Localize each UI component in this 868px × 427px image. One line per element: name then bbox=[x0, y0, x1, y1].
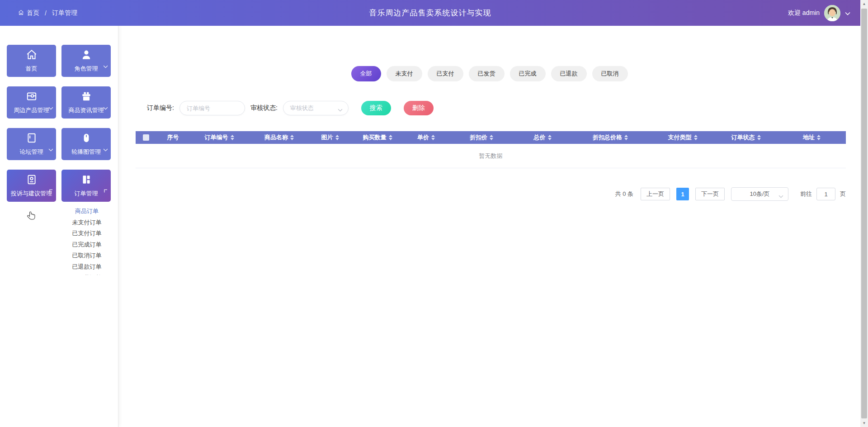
order-grid-icon bbox=[80, 174, 92, 187]
carousel-icon bbox=[80, 132, 92, 146]
sidebar-item-label: 投诉与建议管理 bbox=[11, 190, 52, 198]
sort-icon[interactable] bbox=[290, 135, 294, 140]
home-icon bbox=[25, 49, 38, 62]
tab-shipped[interactable]: 已发货 bbox=[469, 66, 505, 81]
sidebar-item-carousel[interactable]: 轮播图管理 bbox=[61, 128, 111, 160]
col-discount-price: 折扣价 bbox=[470, 133, 487, 142]
col-index: 序号 bbox=[167, 133, 179, 142]
chevron-down-icon bbox=[845, 9, 850, 17]
sidebar-item-roles[interactable]: 角色管理 bbox=[61, 45, 111, 77]
sidebar-item-forum[interactable]: 论坛管理 bbox=[7, 128, 56, 160]
empty-state: 暂无数据 bbox=[136, 144, 846, 168]
submenu-item-goods-orders[interactable]: 商品订单 bbox=[61, 206, 112, 217]
col-order-status: 订单状态 bbox=[731, 133, 755, 142]
sort-icon[interactable] bbox=[624, 135, 628, 140]
col-product-name: 商品名称 bbox=[264, 133, 288, 142]
sort-icon[interactable] bbox=[335, 135, 339, 140]
col-order-no: 订单编号 bbox=[205, 133, 228, 142]
col-pay-type: 支付类型 bbox=[668, 133, 692, 142]
tab-paid[interactable]: 已支付 bbox=[428, 66, 463, 81]
submenu-item-shipped-orders[interactable]: 已发货订单 bbox=[61, 272, 112, 275]
avatar[interactable] bbox=[824, 5, 840, 21]
sidebar-item-product-news[interactable]: 商品资讯管理 bbox=[61, 86, 111, 119]
scrollbar-down-arrow-icon[interactable]: ▼ bbox=[860, 419, 868, 427]
col-unit-price: 单价 bbox=[417, 133, 429, 142]
search-toolbar: 订单编号: 审核状态: 审核状态 搜索 删除 bbox=[147, 101, 434, 115]
sidebar-item-home[interactable]: 首页 bbox=[7, 45, 56, 77]
sidebar-item-products[interactable]: 周边产品管理 bbox=[7, 86, 56, 119]
audit-status-placeholder: 审核状态 bbox=[290, 104, 314, 112]
page-suffix-label: 页 bbox=[840, 190, 846, 198]
tab-cancelled[interactable]: 已取消 bbox=[592, 66, 628, 81]
user-menu[interactable]: 欢迎 admin bbox=[788, 0, 850, 26]
sort-icon[interactable] bbox=[757, 135, 761, 140]
mouse-cursor bbox=[26, 210, 37, 222]
pagination-total: 共 0 条 bbox=[615, 190, 633, 198]
sidebar-item-label: 商品资讯管理 bbox=[69, 106, 104, 114]
chevron-down-icon bbox=[103, 104, 108, 112]
submenu-item-paid-orders[interactable]: 已支付订单 bbox=[61, 228, 112, 239]
orders-submenu: 商品订单 未支付订单 已支付订单 已完成订单 已取消订单 已退款订单 已发货订单 bbox=[61, 206, 112, 275]
tab-refunded[interactable]: 已退款 bbox=[551, 66, 587, 81]
chevron-up-icon bbox=[101, 186, 110, 196]
submenu-item-refunded-orders[interactable]: 已退款订单 bbox=[61, 261, 112, 273]
order-no-input[interactable] bbox=[179, 101, 245, 115]
audit-status-select[interactable]: 审核状态 bbox=[283, 101, 349, 115]
tab-all[interactable]: 全部 bbox=[351, 66, 381, 81]
sort-icon[interactable] bbox=[548, 135, 552, 140]
chevron-down-icon bbox=[103, 145, 108, 153]
contact-icon bbox=[26, 174, 38, 187]
tab-completed[interactable]: 已完成 bbox=[510, 66, 546, 81]
search-button[interactable]: 搜索 bbox=[361, 101, 391, 115]
chevron-down-icon bbox=[103, 62, 108, 70]
col-discount-total: 折扣总价格 bbox=[593, 133, 622, 142]
chevron-down-icon bbox=[48, 145, 53, 153]
next-page-button[interactable]: 下一页 bbox=[695, 188, 725, 200]
audit-status-label: 审核状态: bbox=[250, 104, 278, 112]
col-quantity: 购买数量 bbox=[363, 133, 387, 142]
select-all-checkbox[interactable] bbox=[143, 134, 149, 141]
sort-icon[interactable] bbox=[490, 135, 493, 140]
page-title: 音乐周边产品售卖系统设计与实现 bbox=[0, 8, 860, 18]
scrollbar-up-arrow-icon[interactable]: ▲ bbox=[860, 0, 868, 8]
chevron-down-icon bbox=[48, 104, 53, 112]
app-header: 首页 / 订单管理 音乐周边产品售卖系统设计与实现 欢迎 admin bbox=[0, 0, 860, 26]
delete-button[interactable]: 删除 bbox=[404, 101, 434, 115]
sidebar-item-complaints[interactable]: 投诉与建议管理 bbox=[7, 170, 56, 202]
sidebar-item-label: 订单管理 bbox=[75, 190, 98, 198]
sort-icon[interactable] bbox=[817, 135, 821, 140]
submenu-item-completed-orders[interactable]: 已完成订单 bbox=[61, 239, 112, 251]
tab-unpaid[interactable]: 未支付 bbox=[387, 66, 422, 81]
user-icon bbox=[80, 49, 92, 62]
sidebar-item-label: 轮播图管理 bbox=[71, 148, 101, 156]
welcome-text: 欢迎 admin bbox=[788, 9, 820, 17]
sort-icon[interactable] bbox=[231, 135, 234, 140]
sidebar-item-label: 首页 bbox=[26, 65, 38, 73]
table-header-row: 序号 订单编号 商品名称 图片 购买数量 单价 折扣价 总价 折扣总价格 支付类… bbox=[136, 131, 846, 144]
page-size-select[interactable]: 10条/页 bbox=[731, 187, 788, 201]
submenu-item-unpaid-orders[interactable]: 未支付订单 bbox=[61, 217, 112, 228]
chevron-down-icon bbox=[338, 106, 343, 113]
notebook-icon bbox=[26, 132, 38, 146]
col-address: 地址 bbox=[803, 133, 815, 142]
main-content: 全部 未支付 已支付 已发货 已完成 已退款 已取消 订单编号: 审核状态: 审… bbox=[118, 26, 860, 427]
sort-icon[interactable] bbox=[389, 135, 392, 140]
orders-table: 序号 订单编号 商品名称 图片 购买数量 单价 折扣价 总价 折扣总价格 支付类… bbox=[136, 131, 846, 168]
sidebar-item-label: 角色管理 bbox=[75, 65, 98, 73]
sort-icon[interactable] bbox=[431, 135, 435, 140]
sidebar-item-label: 论坛管理 bbox=[20, 148, 43, 156]
submenu-item-cancelled-orders[interactable]: 已取消订单 bbox=[61, 250, 112, 261]
sidebar-tiles: 首页 角色管理 周边产品管理 商品资讯管理 bbox=[7, 45, 111, 202]
product-icon bbox=[26, 90, 38, 104]
sidebar-item-orders[interactable]: 订单管理 bbox=[61, 170, 111, 202]
sort-icon[interactable] bbox=[694, 135, 698, 140]
goto-page-input[interactable] bbox=[816, 188, 835, 200]
sidebar-item-label: 周边产品管理 bbox=[14, 106, 49, 114]
pagination: 共 0 条 上一页 1 下一页 10条/页 前往 页 bbox=[615, 187, 846, 201]
gift-icon bbox=[80, 90, 92, 104]
scrollbar[interactable]: ▲ ▼ bbox=[860, 0, 868, 427]
page-number-1[interactable]: 1 bbox=[676, 188, 689, 200]
prev-page-button[interactable]: 上一页 bbox=[641, 188, 670, 200]
empty-text: 暂无数据 bbox=[479, 152, 503, 160]
scrollbar-thumb[interactable] bbox=[861, 9, 867, 418]
